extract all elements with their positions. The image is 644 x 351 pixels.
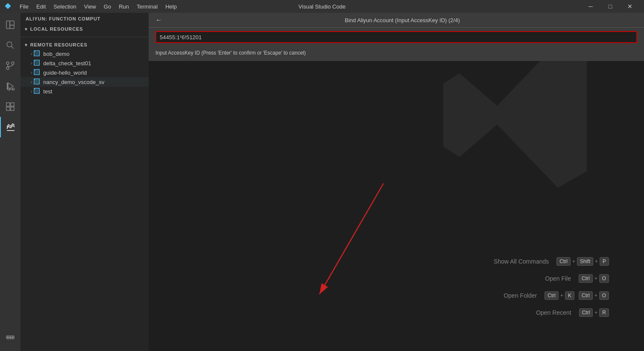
hint-open-file-label: Open File [545, 275, 571, 282]
hint-ctrl-4: Ctrl [579, 291, 593, 300]
main-layout: Aliyun: Function Comput ▼ Local Resource… [0, 13, 644, 351]
close-button[interactable]: ✕ [620, 0, 640, 13]
remote-resources-label: Remote Resources [30, 42, 88, 47]
svg-rect-2 [10, 25, 14, 29]
sidebar: Aliyun: Function Comput ▼ Local Resource… [20, 13, 149, 351]
hint-open-folder: Open Folder Ctrl + K Ctrl + O [494, 291, 610, 300]
local-resources-chevron: ▼ [24, 27, 29, 32]
menu-help[interactable]: Help [162, 3, 180, 11]
menu-terminal[interactable]: Terminal [133, 3, 161, 11]
nancy-demo-chevron: › [31, 80, 32, 84]
bob-demo-label: bob_demo [43, 51, 69, 57]
hint-ctrl-3: Ctrl [544, 291, 559, 300]
nancy-demo-icon [34, 78, 41, 85]
tree-item-delta-check[interactable]: › delta_check_test01 [20, 58, 149, 68]
red-arrow-annotation [174, 171, 388, 307]
vscode-logo: ❖ [4, 2, 11, 11]
svg-rect-34 [35, 80, 38, 83]
hint-k: K [565, 291, 574, 300]
hint-ctrl-5: Ctrl [579, 308, 593, 317]
svg-rect-17 [11, 107, 14, 110]
dialog-input-container [149, 28, 644, 46]
test-icon [34, 88, 41, 95]
titlebar: ❖ File Edit Selection View Go Run Termin… [0, 0, 644, 13]
svg-point-22 [9, 336, 11, 338]
minimize-button[interactable]: ─ [581, 0, 600, 13]
hint-o: O [599, 274, 609, 283]
window-controls: ─ □ ✕ [581, 0, 640, 13]
delta-check-chevron: › [31, 61, 32, 66]
svg-rect-25 [35, 52, 38, 55]
hint-open-recent-label: Open Recent [536, 309, 571, 316]
menu-file[interactable]: File [16, 3, 32, 11]
menu-run[interactable]: Run [115, 3, 132, 11]
tree-item-bob-demo[interactable]: › bob_demo [20, 49, 149, 58]
svg-rect-16 [6, 107, 10, 110]
activity-explorer[interactable] [0, 15, 20, 35]
menu-selection[interactable]: Selection [50, 3, 79, 11]
guide-hello-label: guide-hello_world [43, 70, 87, 76]
svg-point-7 [12, 62, 14, 64]
hint-p: P [600, 257, 609, 266]
menu-edit[interactable]: Edit [33, 3, 49, 11]
hint-r: R [599, 308, 609, 317]
activity-search[interactable] [0, 35, 20, 55]
tree-item-nancy-demo[interactable]: › nancy_demo_vscode_sv [20, 77, 149, 87]
dialog-hint: Input AccessKey ID (Press 'Enter' to con… [149, 46, 644, 61]
sidebar-divider [20, 37, 149, 37]
sidebar-header: Aliyun: Function Comput [20, 13, 149, 25]
activity-remote[interactable] [0, 327, 20, 348]
svg-point-23 [12, 336, 14, 338]
svg-rect-15 [11, 103, 14, 106]
dialog-header: ← Bind Aliyun Account (Input AccessKey I… [149, 13, 644, 28]
hint-open-recent: Open Recent Ctrl + R [494, 308, 610, 317]
svg-point-3 [7, 42, 12, 47]
activity-aliyun[interactable] [0, 117, 20, 137]
test-label: test [43, 88, 52, 95]
delta-check-label: delta_check_test01 [43, 60, 91, 67]
menu-view[interactable]: View [81, 3, 100, 11]
hint-open-file: Open File Ctrl + O [494, 274, 610, 283]
svg-rect-37 [35, 89, 38, 93]
test-chevron: › [31, 89, 32, 94]
hint-ctrl-2: Ctrl [579, 274, 593, 283]
tree-item-test[interactable]: › test [20, 87, 149, 96]
bob-demo-chevron: › [31, 52, 32, 56]
hint-show-commands-label: Show All Commands [494, 258, 549, 265]
svg-point-21 [7, 336, 9, 338]
hint-shift: Shift [577, 257, 593, 266]
activity-extensions[interactable] [0, 96, 20, 117]
svg-line-4 [12, 46, 14, 49]
svg-line-40 [319, 183, 383, 294]
hint-open-folder-label: Open Folder [503, 292, 537, 299]
bob-demo-icon [34, 50, 41, 57]
svg-point-6 [6, 67, 9, 70]
activity-run-debug[interactable] [0, 76, 20, 96]
svg-rect-0 [6, 21, 10, 29]
window-title: Visual Studio Code [299, 3, 345, 10]
remote-resources-header[interactable]: ▼ Remote Resources [20, 41, 149, 49]
delta-check-icon [34, 60, 41, 67]
nancy-demo-label: nancy_demo_vscode_sv [43, 79, 104, 85]
svg-rect-14 [6, 103, 10, 106]
hint-show-commands: Show All Commands Ctrl + Shift + P [494, 257, 610, 266]
input-dialog: ← Bind Aliyun Account (Input AccessKey I… [149, 13, 644, 61]
local-resources-header[interactable]: ▼ Local Resources [20, 25, 149, 33]
guide-hello-chevron: › [31, 70, 32, 75]
svg-point-5 [6, 62, 9, 64]
maximize-button[interactable]: □ [600, 0, 620, 13]
dialog-title: Bind Aliyun Account (Input AccessKey ID)… [167, 17, 637, 23]
svg-rect-1 [10, 21, 14, 25]
hint-o2: O [599, 291, 609, 300]
remote-resources-chevron: ▼ [24, 43, 29, 47]
tree-item-guide-hello[interactable]: › guide-hello_world [20, 68, 149, 77]
dialog-back-button[interactable]: ← [155, 16, 162, 24]
menu-go[interactable]: Go [100, 3, 114, 11]
content-area: ← Bind Aliyun Account (Input AccessKey I… [149, 13, 644, 351]
activity-bar [0, 13, 20, 351]
activity-source-control[interactable] [0, 55, 20, 76]
svg-rect-28 [35, 61, 38, 64]
svg-rect-31 [35, 70, 38, 74]
access-key-input[interactable] [155, 31, 637, 43]
welcome-hints: Show All Commands Ctrl + Shift + P Open … [494, 257, 610, 325]
